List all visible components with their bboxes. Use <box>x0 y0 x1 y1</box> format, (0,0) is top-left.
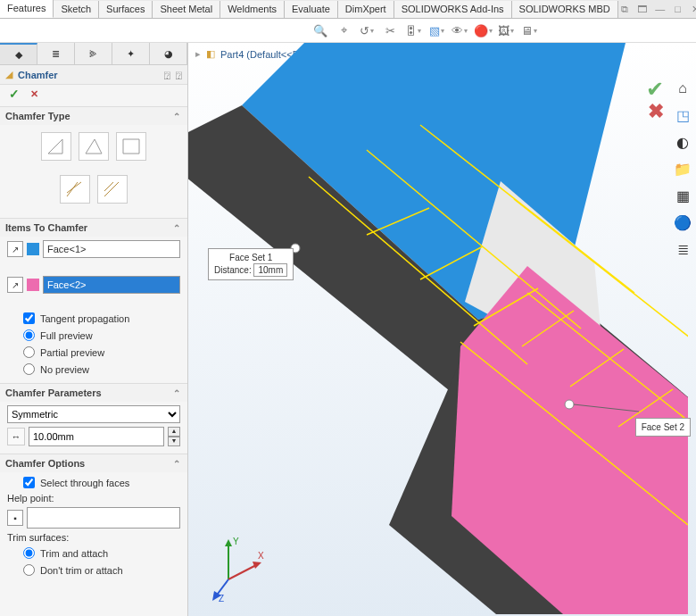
svg-line-23 <box>228 564 258 579</box>
appearances-icon[interactable]: 🔵 <box>673 212 692 232</box>
restore-down-icon[interactable]: ⧉ <box>618 4 631 15</box>
resources-icon[interactable]: ◳ <box>673 105 692 125</box>
tab-weldments[interactable]: Weldments <box>220 1 285 18</box>
model-canvas <box>188 43 688 614</box>
chamfer-dist-dist-icon[interactable] <box>79 132 109 161</box>
spin-down[interactable]: ▼ <box>168 437 180 446</box>
doc-icon[interactable]: 🗖 <box>636 4 649 15</box>
chamfer-method-select[interactable]: Symmetric <box>7 405 180 423</box>
svg-marker-21 <box>225 539 232 546</box>
orientation-triad[interactable]: Y X Z <box>206 530 269 602</box>
graphics-viewport[interactable]: ▸ ◧ Part4 (Default<<Default>... <box>188 43 696 616</box>
trim-surfaces-label: Trim surfaces: <box>7 532 180 543</box>
help-icon[interactable]: ⍰ <box>164 70 170 80</box>
tab-sheet-metal[interactable]: Sheet Metal <box>153 1 220 18</box>
section-items[interactable]: Items To Chamfer⌃ <box>0 219 187 237</box>
color-swatch-pink <box>27 279 39 291</box>
cancel-button[interactable]: ✕ <box>30 88 38 100</box>
zoom-area-icon[interactable]: ⌖ <box>336 22 352 38</box>
design-library-icon[interactable]: ◐ <box>673 132 692 152</box>
chamfer-offset-face-icon[interactable] <box>97 175 128 204</box>
zoom-fit-icon[interactable]: 🔍 <box>312 22 328 38</box>
minimize-icon[interactable]: — <box>654 4 667 15</box>
file-explorer-icon[interactable]: 📁 <box>673 159 692 179</box>
selection-lock-1[interactable]: ↗ <box>7 241 23 257</box>
apply-scene-icon[interactable]: 🖼 <box>498 22 514 38</box>
custom-props-icon[interactable]: ≣ <box>673 239 692 259</box>
pin-help-icon[interactable]: ⍰ <box>176 70 182 80</box>
panel-tab-dimxpert[interactable]: ✦ <box>112 43 150 64</box>
panel-tab-feature-manager[interactable]: ◆ <box>0 43 37 64</box>
edit-appearance-icon[interactable]: 🔴 <box>475 22 491 38</box>
confirm-corner-cancel[interactable]: ✖ <box>648 100 664 123</box>
face-set-2-input[interactable]: Face<2> <box>43 276 180 294</box>
svg-text:X: X <box>258 551 264 561</box>
command-manager-tabs: Features Sketch Surfaces Sheet Metal Wel… <box>0 0 696 19</box>
color-swatch-blue <box>27 243 39 255</box>
help-point-label: Help point: <box>7 493 180 504</box>
distance-input[interactable] <box>29 427 164 446</box>
panel-tab-strip: ◆ ≣ ⫸ ✦ ◕ <box>0 43 187 65</box>
tab-sketch[interactable]: Sketch <box>54 1 99 18</box>
panel-tab-property[interactable]: ≣ <box>37 43 75 64</box>
chamfer-vertex-icon[interactable] <box>116 132 146 161</box>
view-settings-icon[interactable]: 🖥 <box>521 22 537 38</box>
home-icon[interactable]: ⌂ <box>673 79 692 98</box>
distance-icon: ↔ <box>7 428 25 445</box>
view-orientation-icon[interactable]: 🎛 <box>405 22 421 38</box>
section-chamfer-type[interactable]: Chamfer Type⌃ <box>0 107 187 125</box>
confirm-corner-ok[interactable]: ✔ <box>646 77 664 102</box>
spin-up[interactable]: ▲ <box>168 427 180 437</box>
close-icon[interactable]: ✕ <box>690 4 696 15</box>
maximize-icon[interactable]: □ <box>672 4 684 15</box>
window-buttons: ⧉ 🗖 — □ ✕ <box>618 4 696 15</box>
trim-attach-radio: Trim and attach <box>7 546 180 560</box>
confirm-row: ✓ ✕ <box>0 85 187 106</box>
panel-tab-config[interactable]: ⫸ <box>75 43 112 64</box>
panel-tab-display[interactable]: ◕ <box>150 43 187 64</box>
tab-features[interactable]: Features <box>0 0 54 18</box>
view-palette-icon[interactable]: ▦ <box>673 186 692 205</box>
select-through-check: Select through faces <box>7 476 180 489</box>
svg-text:Z: Z <box>219 594 224 602</box>
chamfer-angle-dist-icon[interactable] <box>41 132 71 161</box>
tab-dimxpert[interactable]: DimXpert <box>338 1 394 18</box>
tab-surfaces[interactable]: Surfaces <box>99 1 153 18</box>
callout-face-set-1[interactable]: Face Set 1 Distance: 10mm <box>208 248 294 280</box>
callout-face-set-2[interactable]: Face Set 2 <box>635 418 691 437</box>
help-point-input[interactable] <box>27 507 180 529</box>
hide-show-icon[interactable]: 👁 <box>452 22 468 38</box>
tab-sw-mbd[interactable]: SOLIDWORKS MBD <box>512 1 618 18</box>
preview-partial-radio: Partial preview <box>7 345 180 359</box>
display-style-icon[interactable]: ▧ <box>428 22 444 38</box>
svg-marker-24 <box>253 562 261 569</box>
task-pane-tabs: ⌂ ◳ ◐ 📁 ▦ 🔵 ≣ <box>673 79 692 259</box>
feature-name: Chamfer <box>18 70 58 80</box>
svg-text:Y: Y <box>233 537 239 546</box>
previous-view-icon[interactable]: ↺ <box>359 22 375 38</box>
property-manager-panel: ◆ ≣ ⫸ ✦ ◕ ◢ Chamfer ⍰ ⍰ ✓ ✕ Chamfer Type… <box>0 43 188 616</box>
section-options[interactable]: Chamfer Options⌃ <box>0 454 187 472</box>
callout-distance-value[interactable]: 10mm <box>253 263 287 277</box>
preview-full-radio: Full preview <box>7 329 180 342</box>
trim-none-radio: Don't trim or attach <box>7 563 180 577</box>
section-params[interactable]: Chamfer Parameters⌃ <box>0 384 187 402</box>
svg-point-18 <box>565 400 574 409</box>
feature-title-bar: ◢ Chamfer ⍰ ⍰ <box>0 65 187 85</box>
ok-button[interactable]: ✓ <box>9 87 20 101</box>
section-view-icon[interactable]: ✂ <box>382 22 398 38</box>
view-toolbar: 🔍 ⌖ ↺ ✂ 🎛 ▧ 👁 🔴 🖼 🖥 <box>0 19 696 43</box>
tab-sw-addins[interactable]: SOLIDWORKS Add-Ins <box>394 1 512 18</box>
tab-evaluate[interactable]: Evaluate <box>285 1 338 18</box>
preview-none-radio: No preview <box>7 362 180 376</box>
chamfer-face-face-icon[interactable] <box>60 175 90 204</box>
help-point-pick[interactable]: ▪ <box>7 510 23 526</box>
selection-lock-2[interactable]: ↗ <box>7 277 23 293</box>
chamfer-icon: ◢ <box>5 69 12 80</box>
face-set-1-input[interactable]: Face<1> <box>43 240 180 258</box>
tangent-propagation-check: Tangent propagation <box>7 312 180 325</box>
